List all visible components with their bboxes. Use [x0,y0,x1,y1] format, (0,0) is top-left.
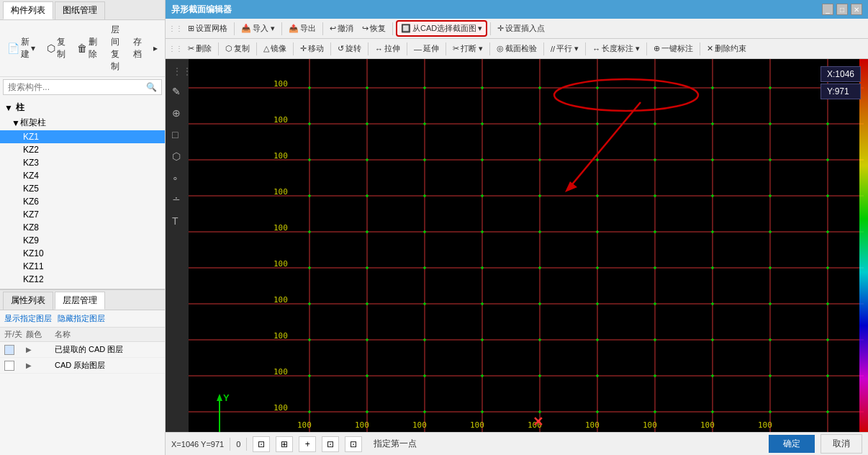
editor-toolbar1: ⋮⋮ ⊞ 设置网格 📥 导入 ▾ 📤 导出 ↩ 撤消 ↪ 恢复 🔲 从CAD选择… [166,19,868,39]
main-editor: 异形截面编辑器 _ □ ✕ ⋮⋮ ⊞ 设置网格 📥 导入 ▾ 📤 导出 ↩ 撤消… [166,0,868,455]
tree-item-kz1[interactable]: KZ1 [0,130,165,143]
dialog-controls: _ □ ✕ [822,4,862,15]
btn-move[interactable]: ✛ 移动 [297,42,327,55]
sep4 [392,22,393,35]
tree-sub-frame-column[interactable]: ▼ 框架柱 [0,115,165,130]
layer-toggle-extracted[interactable] [4,345,14,355]
btn-redo[interactable]: ↪ 恢复 [358,22,389,35]
tree-item-kz5[interactable]: KZ5 [0,182,165,195]
tree-group-column-label: 柱 [16,102,24,114]
svg-text:100: 100 [273,367,288,377]
btn-auto-dim[interactable]: ⊕ 一键标注 [650,42,697,55]
btn-copy-draw[interactable]: ⬡ 复制 [222,42,253,55]
svg-text:⊕: ⊕ [172,107,181,119]
search-icon: 🔍 [146,82,157,92]
search-box: 🔍 [3,79,162,95]
btn-break[interactable]: ✂ 打断 ▾ [449,42,487,55]
restore-btn[interactable]: □ [836,4,848,15]
svg-text:100: 100 [273,295,288,305]
more-button[interactable]: ▸ [149,42,162,55]
status-icon-3[interactable]: + [299,436,316,452]
svg-text:∸: ∸ [172,194,181,205]
col-name: 名称 [55,329,161,340]
hide-layer-btn[interactable]: 隐藏指定图层 [58,313,105,324]
dialog-titlebar: 异形截面编辑器 _ □ ✕ [166,0,868,19]
svg-text:100: 100 [643,420,657,430]
tree-item-kz6[interactable]: KZ6 [0,195,165,208]
tree-group-column[interactable]: ▼ 柱 [0,100,165,115]
tree-item-kz2[interactable]: KZ2 [0,143,165,156]
minimize-btn[interactable]: _ [822,4,833,15]
btn-select-from-cad[interactable]: 🔲 从CAD选择截面图 ▾ [396,20,487,37]
tree-item-kz3[interactable]: KZ3 [0,156,165,169]
svg-text:100: 100 [355,420,369,430]
btn-set-insert-point[interactable]: ✛ 设置插入点 [494,22,548,35]
tsep10 [585,42,586,55]
tab-component-list[interactable]: 构件列表 [3,1,53,19]
show-layer-btn[interactable]: 显示指定图层 [4,313,52,324]
left-toolbar: 📄 新建 ▾ ⬡ 复制 🗑 删除 层间复制 存档 ▸ [0,20,165,77]
new-button[interactable]: 📄 新建 ▾ [3,35,40,62]
tree-item-kz10[interactable]: KZ10 [0,247,165,260]
toolbar2-handle: ⋮⋮ [168,45,183,53]
svg-text:100: 100 [273,79,288,89]
btn-section-check[interactable]: ◎ 截面检验 [493,42,541,55]
sep3 [322,22,323,35]
btn-del-constraint[interactable]: ✕ 删除约束 [703,42,750,55]
svg-text:100: 100 [273,115,288,125]
layer-expand-extracted[interactable]: ▶ [26,346,55,353]
btn-extend[interactable]: — 延伸 [410,42,443,55]
layer-copy-button[interactable]: 层间复制 [104,22,126,74]
tab-drawing-mgmt[interactable]: 图纸管理 [55,1,105,19]
btn-delete[interactable]: ✂ 删除 [184,42,215,55]
left-bottom-panel: 属性列表 层层管理 显示指定图层 隐藏指定图层 开/关 颜色 名称 ▶ 已提取的… [0,289,165,423]
canvas-area[interactable]: 100 100 100 100 100 100 100 100 100 100 … [166,59,868,432]
confirm-button[interactable]: 确定 [769,435,815,453]
save-button[interactable]: 存档 [129,35,146,62]
tsep4 [330,42,331,55]
layer-name-extracted: 已提取的 CAD 图层 [55,344,161,355]
auto-dim-icon: ⊕ [654,44,660,53]
layer-toggle-original[interactable] [4,361,14,371]
svg-text:100: 100 [273,331,288,341]
tsep9 [543,42,544,55]
toolbar1-handle: ⋮⋮ [168,24,183,32]
tab-properties[interactable]: 属性列表 [3,292,53,310]
tree-item-kz7[interactable]: KZ7 [0,208,165,221]
btn-set-grid[interactable]: ⊞ 设置网格 [184,22,231,35]
component-tree: ▼ 柱 ▼ 框架柱 KZ1 KZ2 KZ3 KZ4 KZ5 KZ6 KZ7 KZ… [0,97,165,289]
status-icon-4[interactable]: ⊡ [322,436,339,452]
btn-length-dim[interactable]: ↔ 长度标注 ▾ [589,42,643,55]
left-top: 构件列表 图纸管理 📄 新建 ▾ ⬡ 复制 🗑 删除 层间复制 存档 [0,0,165,289]
tree-item-kz12[interactable]: KZ12 [0,273,165,286]
tsep3 [293,42,294,55]
tree-item-kz11[interactable]: KZ11 [0,260,165,273]
tree-item-kz8[interactable]: KZ8 [0,221,165,234]
btn-undo[interactable]: ↩ 撤消 [326,22,357,35]
search-input[interactable] [8,82,146,92]
status-icon-5[interactable]: ⊡ [345,436,362,452]
btn-stretch[interactable]: ↔ 拉伸 [371,42,404,55]
btn-export[interactable]: 📤 导出 [285,22,320,35]
tree-item-kz4[interactable]: KZ4 [0,169,165,182]
btn-import[interactable]: 📥 导入 ▾ [238,22,279,35]
btn-parallel[interactable]: // 平行 ▾ [547,42,582,55]
bottom-tab-bar: 属性列表 层层管理 [0,290,165,310]
tab-layer-mgmt[interactable]: 层层管理 [55,292,105,310]
layer-row-original: ▶ CAD 原始图层 [0,358,165,374]
tree-item-kz9[interactable]: KZ9 [0,234,165,247]
copy-icon: ⬡ [47,42,55,54]
status-icon-2[interactable]: ⊞ [276,436,293,452]
delete-button[interactable]: 🗑 删除 [73,35,101,62]
cancel-button[interactable]: 取消 [820,434,862,454]
copy-button[interactable]: ⬡ 复制 [42,35,70,62]
btn-rotate[interactable]: ↺ 旋转 [334,42,365,55]
col-color: 颜色 [26,329,55,340]
close-btn[interactable]: ✕ [851,4,862,15]
expand-arrow-frame: ▼ [12,118,20,128]
layer-expand-original[interactable]: ▶ [26,361,55,369]
tsep5 [368,42,369,55]
layer-toolbar: 显示指定图层 隐藏指定图层 [0,310,165,328]
status-icon-1[interactable]: ⊡ [253,436,270,452]
btn-mirror[interactable]: △ 镜像 [260,42,290,55]
